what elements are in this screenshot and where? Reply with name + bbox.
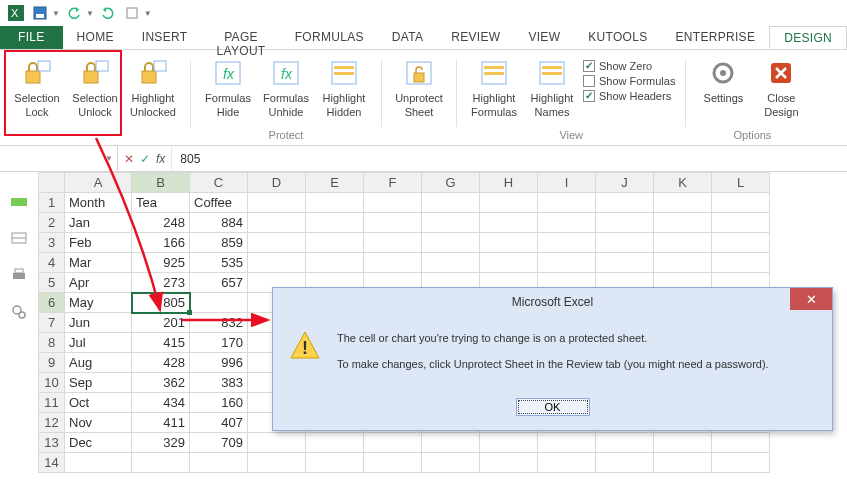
cell[interactable] <box>306 233 364 253</box>
cell[interactable]: Tea <box>132 193 190 213</box>
cell[interactable] <box>306 193 364 213</box>
dialog-ok-button[interactable]: OK <box>516 398 590 416</box>
cell[interactable]: Month <box>65 193 132 213</box>
tab-insert[interactable]: INSERT <box>128 26 202 49</box>
cell[interactable]: Coffee <box>190 193 248 213</box>
gutter-ruler-icon[interactable] <box>11 196 27 212</box>
cell[interactable] <box>596 253 654 273</box>
cell[interactable] <box>712 233 770 253</box>
row-header[interactable]: 14 <box>39 453 65 473</box>
cell[interactable] <box>364 453 422 473</box>
tab-review[interactable]: REVIEW <box>437 26 514 49</box>
cell[interactable]: 535 <box>190 253 248 273</box>
highlight-names-button[interactable]: HighlightNames <box>523 56 581 120</box>
cell[interactable] <box>480 433 538 453</box>
cell[interactable]: 832 <box>190 313 248 333</box>
cell[interactable] <box>248 213 306 233</box>
check-show-headers[interactable]: Show Headers <box>583 90 675 102</box>
dialog-close-button[interactable]: ✕ <box>790 288 832 310</box>
tab-file[interactable]: FILE <box>0 26 63 49</box>
check-show-formulas[interactable]: Show Formulas <box>583 75 675 87</box>
cell[interactable] <box>654 453 712 473</box>
row-header[interactable]: 3 <box>39 233 65 253</box>
highlight-hidden-button[interactable]: HighlightHidden <box>315 56 373 120</box>
tab-formulas[interactable]: FORMULAS <box>281 26 378 49</box>
cell[interactable] <box>596 433 654 453</box>
cell[interactable] <box>65 453 132 473</box>
cell[interactable] <box>480 453 538 473</box>
undo-icon[interactable] <box>64 3 84 23</box>
cell[interactable] <box>538 433 596 453</box>
cell[interactable] <box>654 253 712 273</box>
cell[interactable]: 805 <box>132 293 190 313</box>
col-header-H[interactable]: H <box>480 173 538 193</box>
cell[interactable]: 170 <box>190 333 248 353</box>
cell[interactable] <box>596 193 654 213</box>
cell[interactable] <box>190 453 248 473</box>
formula-input[interactable]: 805 <box>172 146 847 171</box>
unprotect-sheet-button[interactable]: UnprotectSheet <box>390 56 448 120</box>
col-header-E[interactable]: E <box>306 173 364 193</box>
cell[interactable]: 996 <box>190 353 248 373</box>
row-header[interactable]: 1 <box>39 193 65 213</box>
col-header-C[interactable]: C <box>190 173 248 193</box>
row-header[interactable]: 9 <box>39 353 65 373</box>
qat-customize-icon[interactable]: ▼ <box>144 9 152 18</box>
cell[interactable]: 160 <box>190 393 248 413</box>
cell[interactable]: Apr <box>65 273 132 293</box>
cell[interactable] <box>248 233 306 253</box>
row-header[interactable]: 7 <box>39 313 65 333</box>
col-header-D[interactable]: D <box>248 173 306 193</box>
cell[interactable] <box>190 293 248 313</box>
cell[interactable] <box>248 253 306 273</box>
cell[interactable] <box>422 233 480 253</box>
tab-design[interactable]: DESIGN <box>769 26 847 49</box>
tab-view[interactable]: VIEW <box>514 26 574 49</box>
formulas-hide-button[interactable]: fxFormulasHide <box>199 56 257 120</box>
touch-mode-icon[interactable] <box>122 3 142 23</box>
name-box-dropdown-icon[interactable]: ▼ <box>105 154 113 163</box>
tab-data[interactable]: DATA <box>378 26 437 49</box>
cell[interactable] <box>654 233 712 253</box>
tab-enterprise[interactable]: ENTERPRISE <box>662 26 770 49</box>
cell[interactable] <box>422 253 480 273</box>
cell[interactable] <box>364 213 422 233</box>
close-design-button[interactable]: CloseDesign <box>752 56 810 120</box>
tab-page-layout[interactable]: PAGE LAYOUT <box>201 26 280 49</box>
cell[interactable] <box>538 193 596 213</box>
row-header[interactable]: 2 <box>39 213 65 233</box>
cell[interactable]: 434 <box>132 393 190 413</box>
cell[interactable] <box>654 213 712 233</box>
cell[interactable]: Aug <box>65 353 132 373</box>
fx-icon[interactable]: fx <box>156 152 165 166</box>
cell[interactable] <box>480 193 538 213</box>
cell[interactable]: Jun <box>65 313 132 333</box>
cell[interactable]: Jul <box>65 333 132 353</box>
formulas-unhide-button[interactable]: fxFormulasUnhide <box>257 56 315 120</box>
cell[interactable]: 201 <box>132 313 190 333</box>
cell[interactable] <box>364 233 422 253</box>
row-header[interactable]: 4 <box>39 253 65 273</box>
save-icon[interactable] <box>30 3 50 23</box>
cell[interactable] <box>364 193 422 213</box>
name-box[interactable]: ▼ <box>0 146 118 171</box>
cell[interactable]: 657 <box>190 273 248 293</box>
cell[interactable]: 925 <box>132 253 190 273</box>
cell[interactable]: Oct <box>65 393 132 413</box>
cell[interactable] <box>712 213 770 233</box>
cell[interactable] <box>306 213 364 233</box>
cell[interactable] <box>596 453 654 473</box>
cell[interactable] <box>538 233 596 253</box>
col-header-L[interactable]: L <box>712 173 770 193</box>
enter-icon[interactable]: ✓ <box>140 152 150 166</box>
cell[interactable] <box>364 253 422 273</box>
cell[interactable]: 273 <box>132 273 190 293</box>
cell[interactable] <box>422 433 480 453</box>
cell[interactable] <box>654 433 712 453</box>
cell[interactable]: 383 <box>190 373 248 393</box>
cell[interactable]: Mar <box>65 253 132 273</box>
cell[interactable] <box>422 453 480 473</box>
cell[interactable] <box>596 213 654 233</box>
col-header-A[interactable]: A <box>65 173 132 193</box>
cell[interactable] <box>712 193 770 213</box>
